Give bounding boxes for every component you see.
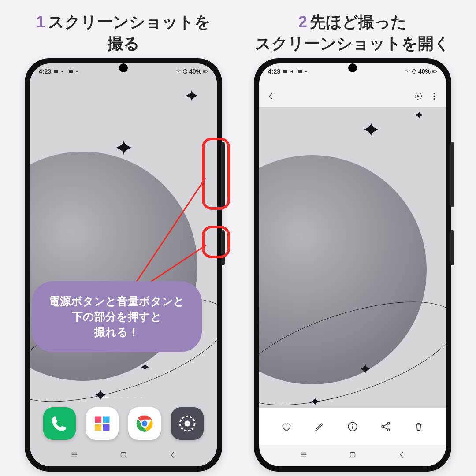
heart-icon[interactable] [281,421,292,432]
viewer-image[interactable] [259,107,446,408]
step-title-line1: スクリーンショットを [48,13,211,31]
phone-frame: 4:23 • 40% [254,58,451,472]
callout-line2: 下の部分を押すと [72,310,162,323]
dot-icon: • [305,68,307,75]
nav-bar [30,445,217,466]
home-icon[interactable] [119,450,128,461]
home-icon[interactable] [348,450,357,461]
wifi-icon [176,69,181,74]
calendar-app-icon[interactable] [86,407,119,440]
viewer-bottom-bar [259,408,446,445]
share-icon[interactable] [380,421,391,432]
svg-rect-45 [350,453,355,457]
chrome-app-icon[interactable] [128,407,161,440]
step-title-line1: 先ほど撮った [310,13,407,31]
svg-rect-23 [298,70,302,73]
page-indicator: — · · · · · [30,394,217,400]
svg-rect-8 [103,416,110,423]
no-sim-icon [182,69,188,74]
svg-rect-19 [121,453,126,457]
svg-rect-6 [207,71,208,72]
step-1-heading: 1スクリーンショットを 撮る [9,0,238,58]
svg-line-41 [384,427,388,429]
recents-icon[interactable] [299,450,309,461]
sparkle-icon [311,398,319,405]
svg-point-32 [433,95,435,97]
svg-rect-1 [69,70,73,73]
delete-icon[interactable] [413,421,424,432]
back-icon[interactable] [168,450,178,461]
battery-text: 40% [418,68,431,75]
status-time: 4:23 [268,68,280,75]
svg-point-36 [352,424,353,425]
dot-icon: • [76,68,78,75]
status-time: 4:23 [39,68,51,75]
sparkle-icon [415,111,423,119]
sparkle-icon [361,364,370,374]
status-bar: 4:23 • 40% [30,63,217,75]
edit-icon[interactable] [314,421,325,432]
sparkle-icon [186,90,197,101]
svg-rect-5 [203,71,205,72]
callout-line1: 電源ボタンと音量ボタンと [49,295,185,307]
svg-point-31 [433,93,435,94]
battery-icon [432,69,437,74]
svg-point-37 [382,426,384,428]
step-2: 2先ほど撮った スクリーンショットを開く 4:23 • [238,0,467,58]
sparkle-icon [116,140,131,155]
sparkle-icon [141,363,149,371]
picture-icon [53,69,59,74]
megaphone-icon [290,69,295,74]
callout-bubble: 電源ボタンと音量ボタンと 下の部分を押すと 撮れる！ [32,281,202,352]
power-button-hardware[interactable] [450,230,454,265]
callout-line3: 撮れる！ [94,326,139,338]
no-sim-icon [412,69,417,74]
svg-rect-22 [283,70,287,73]
step-title-line2: スクリーンショットを開く [255,34,450,52]
wifi-icon [405,69,410,74]
svg-line-3 [184,70,186,73]
wallpaper [30,63,217,466]
button-highlight-power [202,226,230,258]
svg-line-25 [413,70,416,73]
battery-icon [203,69,208,74]
viewer-top-bar [259,86,446,107]
svg-rect-9 [95,424,101,431]
motion-photo-icon[interactable] [413,91,423,101]
checkbox-icon [68,69,74,74]
back-icon[interactable] [266,91,276,101]
svg-rect-7 [95,416,101,423]
volume-button-hardware[interactable] [450,142,454,207]
svg-rect-27 [432,71,434,72]
picture-icon [283,69,288,74]
step-2-heading: 2先ほど撮った スクリーンショットを開く [238,0,467,58]
checkbox-icon [298,69,303,74]
svg-rect-28 [436,71,437,72]
home-screen: 4:23 • 40% — · · · · · [30,63,217,466]
more-icon[interactable] [429,91,439,101]
photo-viewer: 4:23 • 40% [259,63,446,466]
svg-point-33 [433,98,435,100]
sparkle-icon [364,123,378,137]
step-number: 2 [298,13,307,31]
step-1: 1スクリーンショットを 撮る 4:23 [9,0,238,58]
status-bar: 4:23 • 40% [259,63,446,75]
recents-icon[interactable] [70,450,79,461]
svg-point-15 [184,421,190,427]
battery-text: 40% [189,68,201,75]
back-icon[interactable] [397,450,407,461]
settings-app-icon[interactable] [171,407,204,440]
svg-rect-10 [103,424,110,431]
svg-point-38 [387,422,390,424]
megaphone-icon [61,69,66,74]
svg-line-40 [384,424,388,426]
dock [30,407,217,440]
svg-point-39 [387,429,390,431]
nav-bar [259,445,446,466]
phone-app-icon[interactable] [43,407,76,440]
svg-marker-30 [417,95,420,97]
step-number: 1 [36,13,45,31]
svg-rect-0 [54,70,58,73]
button-highlight-volume [202,138,230,210]
info-icon[interactable] [347,421,358,432]
